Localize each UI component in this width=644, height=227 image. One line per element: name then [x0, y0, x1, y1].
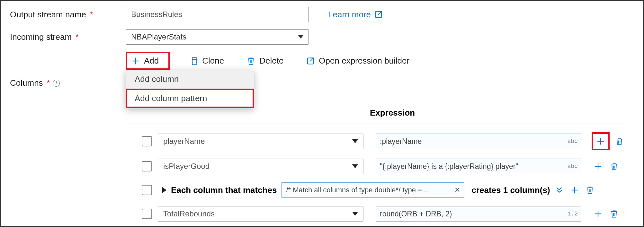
expression-value: round(ORB + DRB, 2) — [380, 210, 452, 218]
collapse-toggle[interactable] — [555, 186, 564, 195]
caret-down-icon — [352, 164, 358, 168]
learn-more-link[interactable]: Learn more — [328, 10, 383, 20]
column-row: isPlayerGood "{:playerName} is a {:playe… — [126, 159, 634, 174]
expand-toggle-icon[interactable] — [162, 187, 166, 193]
column-name-select[interactable]: playerName — [158, 134, 363, 149]
external-link-icon — [306, 57, 315, 65]
pattern-expression-input[interactable]: /* Match all columns of type double*/ ty… — [281, 182, 464, 198]
required-asterisk: * — [47, 78, 50, 88]
expression-input[interactable]: round(ORB + DRB, 2) 1.2 — [376, 206, 581, 222]
label-text: Columns — [10, 78, 43, 88]
add-button[interactable]: Add — [126, 52, 170, 70]
caret-down-icon — [352, 139, 358, 143]
pattern-expression-value: /* Match all columns of type double*/ ty… — [286, 186, 428, 194]
info-icon[interactable]: i — [53, 80, 60, 87]
add-column-item[interactable]: Add column — [126, 70, 254, 89]
add-row-button[interactable] — [592, 207, 604, 220]
trash-icon — [610, 209, 619, 218]
pattern-prefix: Each column that matches — [171, 185, 277, 195]
row-checkbox[interactable] — [142, 209, 152, 219]
label-text: Incoming stream — [10, 32, 72, 42]
trash-icon — [615, 137, 624, 146]
incoming-stream-label: Incoming stream * — [10, 32, 126, 42]
clone-label: Clone — [202, 56, 224, 66]
type-badge: abc — [568, 138, 578, 144]
incoming-stream-row: Incoming stream * NBAPlayerStats — [10, 29, 634, 45]
trash-icon — [610, 162, 619, 171]
expression-input[interactable]: :playerName abc — [376, 134, 581, 149]
expression-input[interactable]: "{:playerName} is a {:playerRating} play… — [376, 159, 581, 174]
external-link-icon — [374, 10, 383, 19]
row-checkbox[interactable] — [142, 136, 152, 146]
select-value: NBAPlayerStats — [131, 32, 186, 41]
pattern-suffix: creates 1 column(s) — [471, 185, 550, 195]
add-column-pattern-item[interactable]: Add column pattern — [126, 89, 254, 108]
column-row: playerName :playerName abc — [126, 132, 634, 150]
output-stream-input[interactable] — [126, 7, 309, 22]
trash-icon — [246, 57, 255, 65]
plus-icon — [596, 137, 605, 146]
column-name-value: TotalRebounds — [163, 209, 215, 218]
delete-row-button[interactable] — [615, 137, 624, 146]
row-checkbox[interactable] — [142, 185, 152, 195]
settings-panel: Output stream name * Learn more Incoming… — [0, 0, 644, 227]
add-row-button[interactable] — [568, 184, 581, 196]
divider — [126, 124, 627, 124]
required-asterisk: * — [90, 10, 93, 20]
column-name-value: playerName — [163, 137, 205, 146]
column-name-select[interactable]: TotalRebounds — [158, 206, 363, 222]
learn-more-text: Learn more — [328, 10, 371, 20]
chevron-down-icon — [298, 35, 303, 39]
row-actions — [592, 160, 619, 173]
open-builder-label: Open expression builder — [319, 56, 409, 66]
columns-label: Columns * i — [10, 78, 126, 88]
double-chevron-down-icon — [555, 186, 564, 195]
toolbar-wrap: Add Clone Delete Open expression builder… — [126, 52, 634, 70]
expression-value: "{:playerName} is a {:playerRating} play… — [380, 162, 518, 171]
delete-row-button[interactable] — [610, 209, 619, 218]
plus-icon — [131, 57, 140, 65]
type-badge: 1.2 — [568, 211, 578, 217]
add-row-button[interactable] — [592, 160, 604, 173]
column-name-select[interactable]: isPlayerGood — [158, 159, 363, 174]
open-expression-builder-button[interactable]: Open expression builder — [303, 54, 413, 68]
delete-row-button[interactable] — [586, 186, 595, 195]
add-label: Add — [144, 56, 159, 66]
columns-toolbar: Add Clone Delete Open expression builder — [126, 52, 634, 70]
svg-rect-1 — [192, 59, 197, 65]
label-text: Output stream name — [10, 10, 86, 20]
incoming-stream-select[interactable]: NBAPlayerStats — [126, 29, 309, 45]
clone-icon — [189, 57, 198, 65]
caret-down-icon — [352, 212, 358, 216]
row-actions — [592, 207, 619, 220]
row-actions — [592, 132, 624, 150]
delete-label: Delete — [259, 56, 283, 66]
plus-icon — [570, 186, 579, 195]
output-stream-row: Output stream name * Learn more — [10, 7, 634, 22]
plus-icon — [594, 209, 603, 218]
delete-row-button[interactable] — [610, 162, 619, 171]
trash-icon — [586, 186, 595, 195]
column-row: TotalRebounds round(ORB + DRB, 2) 1.2 — [126, 206, 634, 222]
add-row-button[interactable] — [592, 132, 610, 150]
type-badge: abc — [568, 163, 578, 170]
expression-header: Expression — [370, 108, 415, 118]
column-name-value: isPlayerGood — [163, 162, 210, 171]
plus-icon — [594, 162, 603, 171]
add-dropdown: Add column Add column pattern — [126, 70, 254, 108]
expression-value: :playerName — [380, 137, 422, 146]
output-stream-label: Output stream name * — [10, 10, 126, 20]
delete-button[interactable]: Delete — [243, 54, 287, 68]
row-checkbox[interactable] — [142, 161, 152, 171]
clear-icon[interactable]: ✕ — [454, 186, 460, 194]
pattern-row: Each column that matches /* Match all co… — [126, 182, 634, 198]
required-asterisk: * — [76, 32, 79, 42]
clone-button[interactable]: Clone — [186, 54, 227, 68]
columns-header: Expression — [126, 108, 634, 118]
